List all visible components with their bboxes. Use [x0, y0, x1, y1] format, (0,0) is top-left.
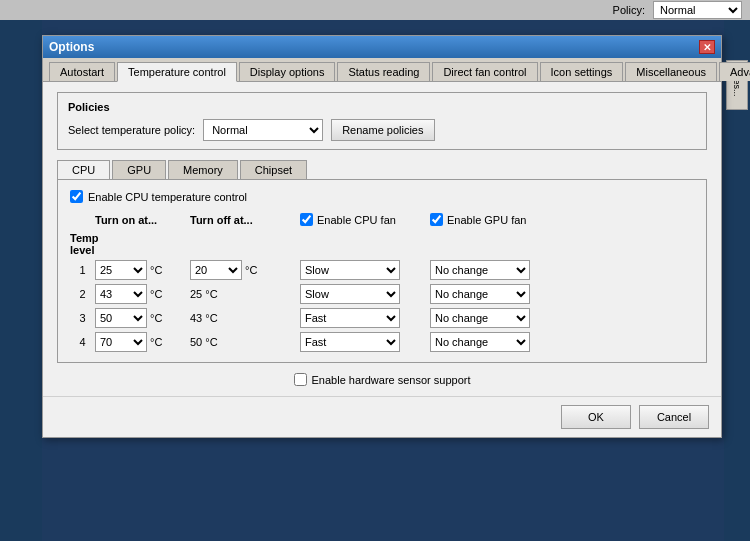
cancel-button[interactable]: Cancel	[639, 405, 709, 429]
tab-temperature-control[interactable]: Temperature control	[117, 62, 237, 82]
row-num-4: 4	[70, 336, 95, 348]
sub-tab-bar: CPU GPU Memory Chipset	[57, 160, 707, 179]
gpu-fan-header-label: Enable GPU fan	[447, 214, 527, 226]
fan-headers: Turn on at... Turn off at... Enable CPU …	[70, 213, 694, 226]
enable-cpu-row: Enable CPU temperature control	[70, 190, 694, 203]
turn-on-3: 50455560 °C	[95, 308, 190, 328]
gpu-fan-header: Enable GPU fan	[430, 213, 570, 226]
turn-off-1: 201525 °C	[190, 260, 300, 280]
cpu-fan-header: Enable CPU fan	[300, 213, 430, 226]
right-side-panel: Res...	[724, 0, 750, 541]
policies-legend: Policies	[68, 101, 696, 113]
policies-row: Select temperature policy: Normal Advanc…	[68, 119, 696, 141]
tab-advanced[interactable]: Advanced	[719, 62, 750, 81]
title-bar: Options ✕	[43, 36, 721, 58]
sub-tab-gpu[interactable]: GPU	[112, 160, 166, 179]
enable-cpu-label: Enable CPU temperature control	[88, 191, 247, 203]
row-num-1: 1	[70, 264, 95, 276]
sub-tab-chipset[interactable]: Chipset	[240, 160, 307, 179]
tab-direct-fan-control[interactable]: Direct fan control	[432, 62, 537, 81]
turn-on-select-4[interactable]: 70657580	[95, 332, 147, 352]
tab-status-reading[interactable]: Status reading	[337, 62, 430, 81]
turn-off-static-2: 25 °C	[190, 288, 300, 300]
row-num-2: 2	[70, 288, 95, 300]
close-button[interactable]: ✕	[699, 40, 715, 54]
gpu-fan-select-4[interactable]: No changeSlowFastTurbo	[430, 332, 530, 352]
cpu-fan-select-1[interactable]: SlowFastNo changeTurbo	[300, 260, 400, 280]
tab-display-options[interactable]: Display options	[239, 62, 336, 81]
policy-label: Policy:	[613, 4, 645, 16]
gpu-fan-select-1[interactable]: No changeSlowFastTurbo	[430, 260, 530, 280]
table-row: 3 50455560 °C 43 °C FastSlowNo changeTur…	[70, 308, 694, 328]
table-row: 1 2520303540 °C 201525 °C Slo	[70, 260, 694, 280]
turn-on-header: Turn on at...	[95, 214, 190, 226]
turn-off-header: Turn off at...	[190, 214, 300, 226]
tab-bar: Autostart Temperature control Display op…	[43, 58, 721, 82]
turn-on-select-3[interactable]: 50455560	[95, 308, 147, 328]
tab-miscellaneous[interactable]: Miscellaneous	[625, 62, 717, 81]
cpu-fan-header-label: Enable CPU fan	[317, 214, 396, 226]
enable-cpu-fan-checkbox[interactable]	[300, 213, 313, 226]
row-num-3: 3	[70, 312, 95, 324]
content-area: Policies Select temperature policy: Norm…	[43, 82, 721, 396]
hardware-sensor-checkbox[interactable]	[294, 373, 307, 386]
turn-on-4: 70657580 °C	[95, 332, 190, 352]
turn-off-select-1[interactable]: 201525	[190, 260, 242, 280]
turn-off-static-4: 50 °C	[190, 336, 300, 348]
control-panel: Enable CPU temperature control Turn on a…	[57, 179, 707, 363]
hardware-sensor-label: Enable hardware sensor support	[312, 374, 471, 386]
bottom-bar: OK Cancel	[43, 396, 721, 437]
top-bar: Policy: Normal Advanced Performance Sile…	[0, 0, 750, 20]
sub-tab-memory[interactable]: Memory	[168, 160, 238, 179]
enable-cpu-checkbox[interactable]	[70, 190, 83, 203]
options-dialog: Options ✕ Autostart Temperature control …	[42, 35, 722, 438]
temp-rows: 1 2520303540 °C 201525 °C Slo	[70, 260, 694, 352]
gpu-fan-select-3[interactable]: No changeSlowFastTurbo	[430, 308, 530, 328]
left-side-panel	[0, 0, 42, 541]
tab-autostart[interactable]: Autostart	[49, 62, 115, 81]
cpu-fan-select-2[interactable]: SlowFastNo changeTurbo	[300, 284, 400, 304]
rename-policies-button[interactable]: Rename policies	[331, 119, 434, 141]
temp-level-header: Temp level	[70, 232, 694, 256]
cpu-fan-select-3[interactable]: FastSlowNo changeTurbo	[300, 308, 400, 328]
turn-on-select-2[interactable]: 43404550	[95, 284, 147, 304]
turn-off-static-3: 43 °C	[190, 312, 300, 324]
gpu-fan-select-2[interactable]: No changeSlowFastTurbo	[430, 284, 530, 304]
tab-icon-settings[interactable]: Icon settings	[540, 62, 624, 81]
dialog-title: Options	[49, 40, 94, 54]
select-policy-label: Select temperature policy:	[68, 124, 195, 136]
cpu-fan-select-4[interactable]: FastSlowNo changeTurbo	[300, 332, 400, 352]
policy-select-top[interactable]: Normal Advanced Performance Silent	[653, 1, 742, 19]
table-row: 2 43404550 °C 25 °C SlowFastNo changeTur…	[70, 284, 694, 304]
enable-gpu-fan-checkbox[interactable]	[430, 213, 443, 226]
policy-select[interactable]: Normal Advanced Performance Silent	[203, 119, 323, 141]
temp-level-col: Temp level	[70, 232, 95, 256]
table-row: 4 70657580 °C 50 °C FastSlowNo changeTur…	[70, 332, 694, 352]
ok-button[interactable]: OK	[561, 405, 631, 429]
sub-tab-cpu[interactable]: CPU	[57, 160, 110, 179]
policies-section: Policies Select temperature policy: Norm…	[57, 92, 707, 150]
turn-on-1: 2520303540 °C	[95, 260, 190, 280]
turn-on-select-1[interactable]: 2520303540	[95, 260, 147, 280]
turn-on-2: 43404550 °C	[95, 284, 190, 304]
hardware-sensor-row: Enable hardware sensor support	[57, 373, 707, 386]
